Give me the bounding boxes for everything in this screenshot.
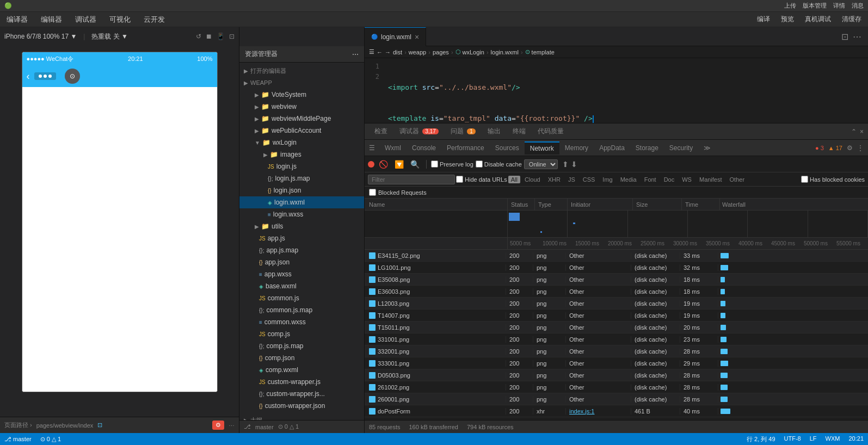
filter-xhr[interactable]: XHR (545, 176, 564, 183)
refresh-btn[interactable]: ↺ (196, 33, 201, 40)
folder-wxlogin[interactable]: ▼ 📁 wxLogin (239, 137, 364, 149)
file-base-wxml[interactable]: ◈ base.wxml (239, 280, 364, 292)
filter-img[interactable]: Img (599, 176, 615, 183)
file-app-json[interactable]: {} app.json (239, 256, 364, 268)
more-btn[interactable]: ⋯ (853, 32, 861, 42)
network-row-5[interactable]: T14007.png 200 png Other (disk cache) 19… (365, 310, 868, 322)
file-login-json[interactable]: {} login.json (239, 184, 364, 196)
hide-data-urls-input[interactable] (456, 176, 463, 183)
tab-console[interactable]: Console (407, 142, 441, 154)
filter-input[interactable] (368, 175, 455, 184)
hide-data-urls-check[interactable]: Hide data URLs (456, 176, 507, 183)
filter-all-btn[interactable]: All (508, 176, 520, 183)
file-custom-wrapper-js[interactable]: JS custom-wrapper.js (239, 376, 364, 388)
network-row-1[interactable]: LG1001.png 200 png Other (disk cache) 32… (365, 262, 868, 274)
network-row-3[interactable]: E36003.png 200 png Other (disk cache) 18… (365, 286, 868, 298)
split-editor-btn[interactable]: ⊡ (841, 32, 848, 42)
folder-images[interactable]: ▶ 📁 images (239, 149, 364, 160)
network-nav-btn[interactable]: ☰ (365, 144, 379, 152)
tab-security[interactable]: Security (664, 142, 698, 154)
settings-icon[interactable]: ⚙ (847, 144, 853, 152)
filter-cloud[interactable]: Cloud (521, 176, 544, 183)
filter-ws[interactable]: WS (679, 176, 695, 183)
message-btn[interactable]: 消息 (852, 2, 864, 10)
breadcrumb-weapp[interactable]: weapp (409, 49, 426, 55)
tab-output[interactable]: 输出 (482, 125, 506, 138)
breadcrumb-back[interactable]: ← (377, 49, 383, 55)
file-common-js[interactable]: JS common.js (239, 292, 364, 304)
network-row-11[interactable]: 261002.png 200 png Other (disk cache) 28… (365, 381, 868, 393)
settings-btn[interactable]: ⚙ (212, 421, 224, 430)
file-app-js[interactable]: JS app.js (239, 232, 364, 244)
disable-cache-check[interactable]: Disable cache (476, 160, 522, 168)
tab-more[interactable]: ≫ (698, 142, 716, 154)
breadcrumb-menu-icon[interactable]: ☰ (369, 48, 374, 55)
throttle-select[interactable]: Online (524, 159, 558, 169)
filter-other[interactable]: Other (727, 176, 748, 183)
file-app-wxss[interactable]: ≡ app.wxss (239, 268, 364, 280)
clear-btn[interactable]: 🚫 (377, 159, 390, 170)
menu-debugger[interactable]: 调试器 (73, 14, 99, 26)
breadcrumb-forward[interactable]: → (385, 49, 391, 55)
tab-debugger[interactable]: 调试器 3,17 (394, 125, 444, 138)
preserve-log-check[interactable]: Preserve log (431, 160, 473, 168)
blocked-requests-input[interactable] (369, 189, 376, 196)
tab-sources[interactable]: Sources (490, 142, 525, 154)
breadcrumb-dist[interactable]: dist (393, 49, 402, 55)
network-row-9[interactable]: 333001.png 200 png Other (disk cache) 29… (365, 357, 868, 369)
import-btn[interactable]: ⬆ (562, 160, 569, 169)
branch-name[interactable]: master (255, 424, 274, 430)
tab-appdata[interactable]: AppData (594, 142, 630, 154)
network-row-2[interactable]: E35008.png 200 png Other (disk cache) 18… (365, 274, 868, 286)
breadcrumb-template[interactable]: ⊙ template (525, 48, 555, 55)
file-comp-json[interactable]: {} comp.json (239, 352, 364, 364)
more-icon[interactable]: ⋮ (857, 144, 864, 152)
tab-performance[interactable]: Performance (441, 142, 490, 154)
search-btn[interactable]: 🔍 (408, 159, 422, 170)
hotreload-btn[interactable]: 热重载 关 ▼ (91, 32, 128, 41)
more-tools-btn[interactable]: … (229, 421, 235, 430)
menu-editor[interactable]: 编辑器 (39, 14, 64, 26)
status-rowcol[interactable]: 行 2, 列 49 (747, 435, 775, 443)
device-select[interactable]: iPhone 6/7/8 100% 17 ▼ (4, 33, 77, 40)
menu-compile[interactable]: 编译器 (4, 14, 30, 26)
tab-wenti[interactable]: 问题 1 (445, 125, 481, 138)
tab-storage[interactable]: Storage (630, 142, 664, 154)
menu-real-test[interactable]: 真机调试 (803, 14, 833, 25)
file-common-wxss[interactable]: ≡ common.wxss (239, 316, 364, 328)
version-btn[interactable]: 版本管理 (803, 2, 827, 10)
menu-clear-cache[interactable]: 清缓存 (840, 14, 864, 25)
network-row-7[interactable]: 331001.png 200 png Other (disk cache) 23… (365, 333, 868, 345)
folder-webview[interactable]: ▶ 📁 webview (239, 101, 364, 113)
phone-record-btn[interactable]: ⊙ (65, 69, 80, 84)
details-btn[interactable]: 详情 (833, 2, 845, 10)
file-comp-js[interactable]: JS comp.js (239, 328, 364, 340)
section-open-editors[interactable]: ▶ 打开的编辑器 (239, 65, 364, 77)
tab-codequality[interactable]: 代码质量 (532, 125, 569, 138)
breadcrumb-wxlogin[interactable]: ⬡ wxLogin (455, 48, 484, 55)
tab-wxml[interactable]: Wxml (379, 142, 407, 154)
tab-login-wxml[interactable]: 🔵 login.wxml × (365, 27, 426, 46)
file-tree-menu[interactable]: ⋯ (352, 51, 359, 58)
tab-jiancha[interactable]: 检查 (369, 125, 393, 138)
folder-votesystem[interactable]: ▶ 📁 VoteSystem (239, 89, 364, 101)
file-comp-js-map[interactable]: {}; comp.js.map (239, 340, 364, 352)
menu-cloud[interactable]: 云开发 (141, 14, 167, 26)
tab-memory[interactable]: Memory (559, 142, 594, 154)
folder-webviewmiddle[interactable]: ▶ 📁 webviewMiddlePage (239, 113, 364, 125)
filter-manifest[interactable]: Manifest (696, 176, 725, 183)
file-login-wxss[interactable]: ≡ login.wxss (239, 208, 364, 220)
network-row-6[interactable]: T15011.png 200 png Other (disk cache) 20… (365, 322, 868, 333)
network-row-12[interactable]: 260001.png 200 png Other (disk cache) 28… (365, 393, 868, 405)
breadcrumb-pages[interactable]: pages (433, 49, 449, 55)
network-row-4[interactable]: L12003.png 200 png Other (disk cache) 19… (365, 298, 868, 310)
network-row-13[interactable]: doPostForm 200 xhr index.js:1 461 B 40 m… (365, 405, 868, 417)
device-btn[interactable]: 📱 (217, 33, 225, 40)
breadcrumb-file[interactable]: login.wxml (491, 49, 519, 55)
collapse-btn[interactable]: ⌃ (851, 128, 857, 135)
close-devtools-btn[interactable]: × (860, 128, 864, 135)
network-row-8[interactable]: 332001.png 200 png Other (disk cache) 28… (365, 345, 868, 357)
blocked-cookies-input[interactable] (801, 176, 808, 183)
section-weapp[interactable]: ▶ WEAPP (239, 77, 364, 89)
network-row-0[interactable]: E34115_02.png 200 png Other (disk cache)… (365, 250, 868, 262)
